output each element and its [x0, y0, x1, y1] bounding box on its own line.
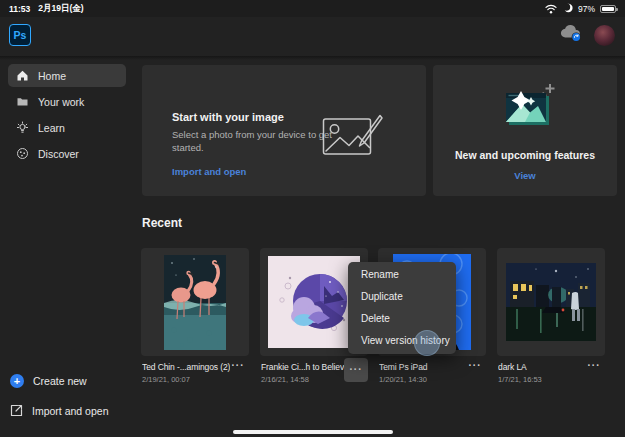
app-header: Ps: [0, 17, 625, 56]
menu-item-rename[interactable]: Rename: [348, 264, 456, 286]
menu-item-delete[interactable]: Delete: [348, 308, 456, 330]
start-card-description: Select a photo from your device to get s…: [172, 129, 340, 155]
wifi-icon: [545, 2, 558, 15]
document-name: dark LA: [498, 362, 586, 372]
ios-status-bar: 11:53 2月19日(金) 97%: [0, 0, 625, 17]
document-name: Ted Chin -...amingos (2): [142, 362, 230, 372]
recent-document-dark-la[interactable]: [497, 248, 605, 356]
photoshop-logo: Ps: [9, 24, 31, 46]
user-avatar[interactable]: [594, 25, 615, 46]
home-indicator-bar[interactable]: [233, 430, 393, 435]
create-new-label: Create new: [33, 375, 87, 387]
battery-percent: 97%: [578, 4, 595, 14]
photoshop-ipad-home-screen: 11:53 2月19日(金) 97% Ps: [0, 0, 625, 437]
features-card-title: New and upcoming features: [455, 149, 595, 161]
features-view-link[interactable]: View: [514, 170, 535, 181]
document-name: Frankie Ci...h to Believe: [261, 362, 349, 372]
image-with-pen-icon: [322, 113, 384, 161]
sidebar-item-label: Home: [38, 70, 66, 82]
document-date: 2/19/21, 00:07: [142, 375, 190, 384]
flamingos-thumbnail: [164, 255, 226, 350]
more-options-button[interactable]: ···: [582, 360, 606, 376]
more-options-button-active[interactable]: ···: [344, 358, 368, 382]
folder-icon: [16, 95, 29, 108]
discover-globe-icon: [16, 147, 29, 160]
dark-la-thumbnail: [506, 263, 596, 341]
recent-heading: Recent: [142, 216, 182, 230]
sidebar-item-learn[interactable]: Learn: [8, 116, 126, 139]
document-date: 1/20/21, 14:30: [379, 375, 427, 384]
frankie-thumbnail: [268, 256, 360, 348]
more-options-button[interactable]: ···: [226, 360, 250, 376]
sidebar-item-discover[interactable]: Discover: [8, 142, 126, 165]
menu-item-duplicate[interactable]: Duplicate: [348, 286, 456, 308]
import-icon: [10, 404, 23, 417]
import-and-open-button[interactable]: Import and open: [10, 404, 108, 417]
sidebar-item-home[interactable]: Home: [8, 64, 126, 87]
cloud-sync-icon[interactable]: [558, 23, 584, 47]
new-features-illustration-icon: [492, 83, 558, 139]
moon-icon: [563, 3, 573, 15]
new-features-card: New and upcoming features View: [433, 65, 617, 196]
menu-item-view-version-history[interactable]: View version history: [348, 330, 456, 352]
plus-icon: +: [10, 374, 24, 388]
battery-icon: [600, 5, 616, 13]
status-time: 11:53: [9, 4, 30, 14]
document-context-menu: Rename Duplicate Delete View version his…: [348, 262, 456, 354]
recent-document-flamingos[interactable]: [141, 248, 249, 356]
document-date: 1/7/21, 16:53: [498, 375, 542, 384]
home-icon: [16, 69, 29, 82]
document-date: 2/16/21, 14:58: [261, 375, 309, 384]
lightbulb-icon: [16, 121, 29, 134]
import-open-label: Import and open: [32, 405, 108, 417]
status-date: 2月19日(金): [38, 3, 83, 15]
more-options-button[interactable]: ···: [463, 360, 487, 376]
sidebar-item-your-work[interactable]: Your work: [8, 90, 126, 113]
start-card-title: Start with your image: [172, 111, 340, 123]
import-and-open-link[interactable]: Import and open: [172, 166, 340, 177]
sidebar-item-label: Learn: [38, 122, 65, 134]
sidebar-item-label: Discover: [38, 148, 79, 160]
document-name: Temi Ps iPad: [379, 362, 467, 372]
sidebar-item-label: Your work: [38, 96, 84, 108]
create-new-button[interactable]: + Create new: [10, 374, 87, 388]
start-with-image-card: Start with your image Select a photo fro…: [142, 65, 426, 196]
